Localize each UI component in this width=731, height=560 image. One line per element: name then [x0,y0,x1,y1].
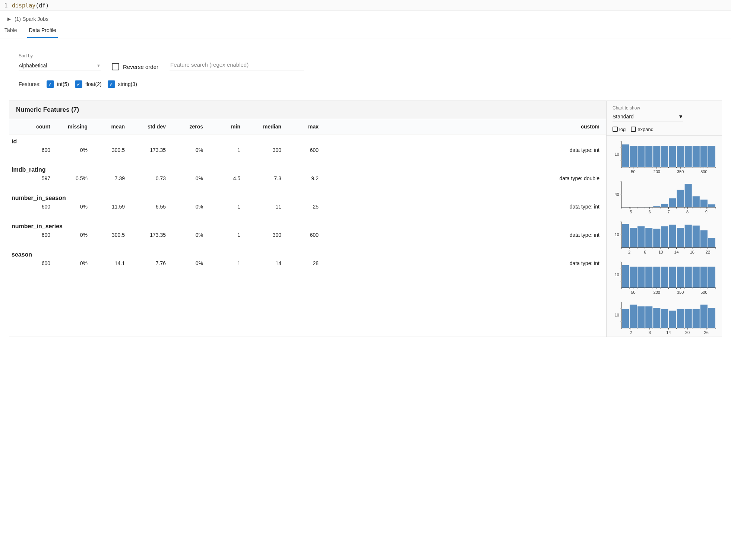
svg-text:6: 6 [644,250,646,254]
svg-rect-46 [669,198,676,207]
log-checkbox[interactable]: log [613,127,626,132]
svg-rect-171 [661,309,668,328]
svg-text:14: 14 [674,250,678,254]
svg-text:2: 2 [628,250,630,254]
histogram-imdb_rating: 5678940 [607,176,722,216]
svg-rect-1 [630,146,637,167]
svg-text:200: 200 [654,290,660,295]
feature-number_in_series: number_in_series 600 0% 300.5 173.35 0% … [9,219,606,248]
chevron-down-icon: ▼ [678,114,683,120]
histogram-season: 2814202610 [607,296,722,337]
tab-data-profile[interactable]: Data Profile [27,24,57,38]
svg-rect-93 [708,238,715,248]
svg-text:8: 8 [649,330,651,335]
svg-rect-170 [653,308,660,328]
feature-name: season [9,251,606,260]
svg-rect-90 [685,225,692,248]
chart-sidebar: Chart to show Standard ▼ log expand 5020… [606,101,722,337]
svg-text:10: 10 [615,232,619,237]
svg-rect-128 [637,267,645,288]
feature-number_in_season: number_in_season 600 0% 11.59 6.55 0% 1 … [9,191,606,219]
chevron-down-icon: ▼ [96,63,101,68]
feature-name: number_in_series [9,223,606,232]
expand-checkbox[interactable]: expand [631,127,654,132]
checkbox-icon [613,127,618,132]
svg-text:5: 5 [630,210,632,214]
svg-rect-48 [685,184,692,207]
reverse-label: Reverse order [123,64,158,70]
svg-rect-47 [677,190,684,207]
svg-rect-3 [645,146,652,167]
chip-string[interactable]: ✓string(3) [108,80,137,88]
svg-rect-173 [677,309,684,328]
svg-rect-11 [708,146,715,167]
feature-name: id [9,138,606,147]
numeric-features-panel: Numeric Features (7) count missing mean … [9,101,722,337]
chart-select[interactable]: Standard ▼ [613,112,683,121]
sort-value: Alphabetical [19,63,47,69]
svg-rect-8 [685,146,692,167]
reverse-checkbox[interactable]: Reverse order [112,63,158,70]
svg-text:500: 500 [700,169,707,174]
sort-select[interactable]: Alphabetical ▼ [19,61,101,70]
histogram-number_in_series: 5020035050010 [607,256,722,296]
table-row: 600 0% 11.59 6.55 0% 1 11 25 data type: … [9,204,606,210]
check-icon: ✓ [108,80,115,88]
code-text[interactable]: display(df) [12,1,49,9]
svg-text:26: 26 [704,330,709,335]
svg-rect-172 [669,311,676,328]
feature-season: season 600 0% 14.1 7.76 0% 1 14 28 data … [9,248,606,276]
svg-rect-132 [669,267,676,288]
svg-rect-127 [630,267,637,288]
svg-rect-136 [700,267,708,288]
tab-bar: Table Data Profile [0,24,731,38]
svg-rect-135 [693,267,700,288]
svg-rect-45 [661,204,668,207]
table-row: 600 0% 14.1 7.76 0% 1 14 28 data type: i… [9,260,606,266]
svg-rect-175 [693,309,700,328]
table-row: 600 0% 300.5 173.35 0% 1 300 600 data ty… [9,232,606,238]
chip-float[interactable]: ✓float(2) [75,80,102,88]
svg-rect-83 [630,228,637,248]
line-number: 1 [0,1,12,9]
svg-rect-85 [645,228,652,248]
svg-rect-92 [700,230,708,248]
svg-text:10: 10 [615,152,619,156]
svg-rect-166 [622,309,629,328]
feature-name: imdb_rating [9,166,606,175]
svg-rect-5 [661,146,668,167]
search-input[interactable] [170,59,304,70]
svg-text:200: 200 [654,169,660,174]
spark-jobs-label: (1) Spark Jobs [15,16,48,22]
svg-rect-0 [622,144,629,167]
histogram-number_in_season: 261014182210 [607,216,722,256]
svg-rect-129 [645,267,652,288]
features-label: Features: [19,81,41,87]
svg-rect-89 [677,228,684,248]
spark-jobs-toggle[interactable]: ▶ (1) Spark Jobs [0,11,731,24]
svg-rect-87 [661,226,668,248]
panel-title: Numeric Features (7) [9,101,606,119]
svg-text:350: 350 [677,290,684,295]
svg-rect-126 [622,265,629,288]
svg-rect-133 [677,267,684,288]
tab-table[interactable]: Table [3,24,18,38]
svg-text:40: 40 [615,192,619,197]
controls: Sort by Alphabetical ▼ Reverse order Fea… [0,53,731,93]
svg-text:18: 18 [690,250,694,254]
svg-text:7: 7 [667,210,670,214]
table-header: count missing mean std dev zeros min med… [9,119,606,134]
sort-label: Sort by [19,53,712,58]
svg-rect-4 [653,146,660,167]
chip-int[interactable]: ✓int(5) [47,80,69,88]
svg-text:6: 6 [649,210,651,214]
feature-id: id 600 0% 300.5 173.35 0% 1 300 600 data… [9,134,606,163]
checkbox-icon [631,127,636,132]
svg-text:2: 2 [630,330,632,335]
svg-text:50: 50 [631,169,635,174]
svg-rect-167 [630,305,637,328]
svg-text:22: 22 [706,250,710,254]
svg-rect-174 [685,309,692,328]
check-icon: ✓ [47,80,54,88]
svg-rect-169 [645,306,652,328]
